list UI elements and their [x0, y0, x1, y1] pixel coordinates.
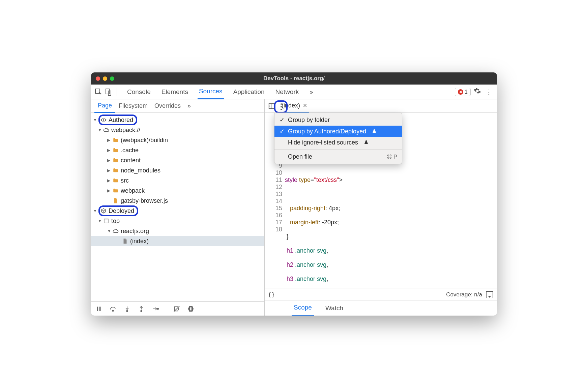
tree-authored-group[interactable]: Authored: [91, 115, 264, 125]
folder-icon: [113, 147, 119, 153]
flask-icon: [372, 128, 377, 135]
file-tabs: (index) ✕: [265, 99, 497, 113]
debugger-sidebar-tabs: Scope Watch: [265, 300, 497, 316]
pretty-print-icon[interactable]: { }: [269, 291, 274, 298]
disclosure-triangle-icon[interactable]: [107, 229, 111, 233]
settings-gear-icon[interactable]: [473, 87, 482, 96]
tree-label: (webpack)/buildin: [121, 137, 168, 144]
show-navigator-icon[interactable]: [268, 102, 275, 110]
main-menu-kebab-icon[interactable]: ⋮: [484, 88, 494, 96]
svg-point-10: [157, 308, 159, 310]
svg-rect-5: [97, 306, 98, 311]
tab-watch[interactable]: Watch: [323, 300, 345, 316]
deployed-highlight: Deployed: [98, 205, 138, 216]
svg-rect-12: [190, 307, 192, 310]
tab-console[interactable]: Console: [126, 85, 152, 99]
menu-hide-ignore-listed[interactable]: Hide ignore-listed sources: [274, 137, 402, 148]
navigator-more-options-button[interactable]: [278, 102, 284, 111]
js-file-icon: [113, 198, 119, 204]
disclosure-triangle-icon[interactable]: [107, 188, 111, 193]
disclosure-triangle-icon[interactable]: [93, 118, 96, 122]
tree-label: top: [111, 218, 120, 225]
disclosure-triangle-icon[interactable]: [107, 138, 111, 142]
main-toolbar: Console Elements Sources Application Net…: [91, 85, 497, 99]
pause-icon[interactable]: [95, 305, 102, 313]
tree-folder[interactable]: (webpack)/buildin: [91, 135, 264, 145]
tree-file[interactable]: gatsby-browser.js: [91, 196, 264, 206]
toolbar-divider: [117, 88, 117, 96]
disclosure-triangle-icon[interactable]: [107, 178, 111, 183]
disclosure-triangle-icon[interactable]: [98, 128, 101, 132]
step-into-icon[interactable]: [123, 305, 131, 313]
menu-group-by-folder[interactable]: ✓Group by folder: [274, 114, 402, 126]
navigator-panel: Page Filesystem Overrides » Authored web…: [91, 99, 265, 316]
inspect-icon[interactable]: [94, 88, 102, 96]
tree-folder[interactable]: .cache: [91, 145, 264, 155]
tree-label: (index): [130, 238, 149, 245]
tree-folder[interactable]: webpack: [91, 186, 264, 196]
subtabs-overflow[interactable]: »: [187, 102, 191, 109]
svg-rect-6: [99, 306, 101, 311]
tree-top-frame[interactable]: top: [91, 216, 264, 226]
tree-label: webpack://: [111, 127, 140, 134]
tree-folder[interactable]: content: [91, 155, 264, 165]
tree-label: .cache: [121, 147, 139, 154]
folder-icon: [113, 157, 119, 163]
folder-icon: [113, 177, 119, 184]
pause-on-exceptions-icon[interactable]: [187, 305, 195, 313]
tree-label: reactjs.org: [121, 228, 149, 235]
tab-elements[interactable]: Elements: [160, 85, 189, 99]
panel-tabs: Console Elements Sources Application Net…: [126, 85, 315, 99]
error-counter[interactable]: 1: [455, 88, 471, 96]
title-bar: DevTools - reactjs.org/: [91, 72, 497, 85]
tab-sources[interactable]: Sources: [198, 85, 224, 99]
menu-open-file[interactable]: Open file⌘ P: [274, 151, 402, 162]
collapse-bottom-icon[interactable]: [486, 291, 493, 298]
error-icon: [458, 89, 463, 95]
subtab-page[interactable]: Page: [94, 99, 115, 113]
menu-separator: [274, 150, 402, 150]
debugger-toolbar: [91, 301, 264, 316]
tree-label: webpack: [121, 187, 145, 194]
tab-network[interactable]: Network: [274, 85, 300, 99]
tree-label: node_modules: [121, 167, 160, 174]
folder-icon: [113, 188, 119, 194]
shortcut-hint: ⌘ P: [387, 154, 397, 160]
step-over-icon[interactable]: [109, 305, 117, 313]
frame-icon: [103, 218, 109, 224]
devtools-window: DevTools - reactjs.org/ Console Elements…: [91, 72, 497, 316]
svg-point-8: [126, 310, 128, 312]
step-icon[interactable]: [152, 305, 159, 313]
step-out-icon[interactable]: [138, 305, 145, 313]
tree-file-index[interactable]: (index): [91, 236, 264, 246]
coverage-label: Coverage: n/a: [446, 291, 482, 298]
tree-folder[interactable]: src: [91, 175, 264, 186]
deactivate-breakpoints-icon[interactable]: [173, 305, 180, 313]
tree-deployed-group[interactable]: Deployed: [91, 206, 264, 216]
close-tab-icon[interactable]: ✕: [303, 102, 307, 109]
tab-scope[interactable]: Scope: [292, 300, 314, 316]
tree-folder[interactable]: node_modules: [91, 165, 264, 175]
tree-webpack-root[interactable]: webpack://: [91, 125, 264, 135]
file-tab-index[interactable]: (index) ✕: [280, 99, 309, 113]
svg-point-7: [112, 310, 114, 311]
disclosure-triangle-icon[interactable]: [107, 148, 111, 153]
disclosure-triangle-icon[interactable]: [107, 158, 111, 163]
subtab-overrides[interactable]: Overrides: [151, 99, 184, 113]
tree-origin[interactable]: reactjs.org: [91, 226, 264, 236]
authored-label: Authored: [109, 117, 133, 124]
tabs-overflow[interactable]: »: [308, 85, 315, 99]
disclosure-triangle-icon[interactable]: [107, 168, 111, 173]
cloud-icon: [103, 127, 109, 133]
check-icon: ✓: [279, 116, 285, 124]
menu-group-by-authored-deployed[interactable]: ✓Group by Authored/Deployed: [274, 126, 402, 137]
cloud-icon: [113, 228, 119, 234]
disclosure-triangle-icon[interactable]: [93, 208, 96, 213]
svg-point-9: [141, 310, 142, 312]
check-icon: ✓: [279, 128, 285, 135]
disclosure-triangle-icon[interactable]: [98, 219, 101, 223]
subtab-filesystem[interactable]: Filesystem: [115, 99, 151, 113]
device-toggle-icon[interactable]: [105, 88, 113, 96]
tab-application[interactable]: Application: [232, 85, 266, 99]
svg-rect-3: [104, 219, 108, 223]
